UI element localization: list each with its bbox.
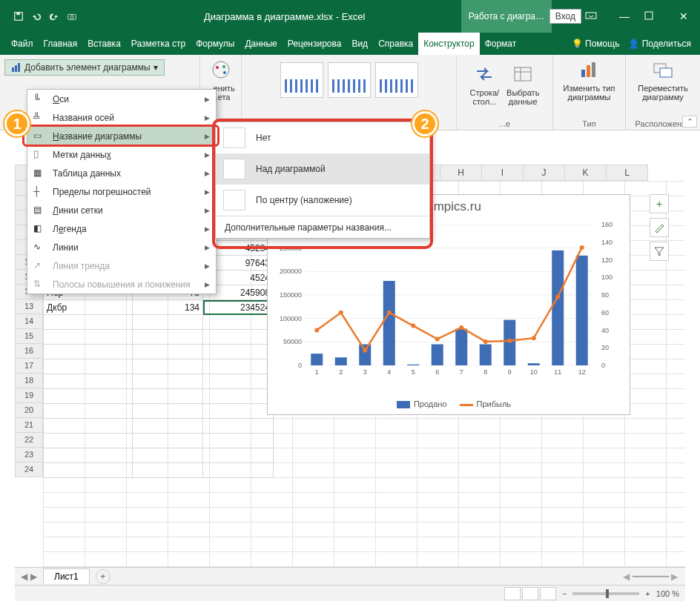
col-head[interactable]: J [524, 165, 565, 181]
svg-rect-39 [576, 256, 588, 365]
svg-point-12 [223, 71, 226, 74]
sheet-tab[interactable]: Лист1 [43, 568, 90, 584]
menu-gridlines[interactable]: ▤Линии сетки▶ [27, 201, 216, 219]
sheet-nav-next-icon[interactable]: ▶ [30, 571, 37, 582]
col-head[interactable]: K [565, 165, 607, 181]
tab-data[interactable]: Данные [240, 33, 282, 55]
menu-error-bars[interactable]: ┼Пределы погрешностей▶ [27, 182, 216, 201]
menu-updown-bars: ⇅Полосы повышения и понижения▶ [27, 275, 216, 293]
chart-elements-button[interactable]: + [650, 194, 669, 213]
svg-point-9 [213, 62, 229, 78]
add-chart-element-dropdown[interactable]: Добавить элемент диаграммы ▾ [4, 59, 165, 76]
tab-view[interactable]: Вид [346, 33, 373, 55]
sheet-nav-prev-icon[interactable]: ◀ [21, 571, 27, 582]
legend-icon: ◧ [33, 223, 45, 235]
collapse-ribbon-icon[interactable]: ⌃ [682, 116, 697, 127]
zoom-level[interactable]: 100 % [656, 589, 679, 598]
col-head[interactable]: I [482, 165, 524, 181]
sign-in-button[interactable]: Вход [549, 9, 581, 24]
menu-data-labels[interactable]: ⌷Метки данных▶ [27, 145, 216, 164]
ribbon-tabs: Файл Главная Вставка Разметка стр Формул… [0, 33, 700, 55]
svg-rect-17 [587, 65, 590, 77]
save-icon[interactable] [13, 11, 24, 21]
chart-tools-label: Работа с диагра… [461, 0, 552, 33]
col-head[interactable]: L [607, 165, 648, 181]
annotation-badge-2: 2 [412, 111, 438, 136]
svg-rect-6 [12, 67, 14, 72]
svg-rect-7 [15, 65, 17, 72]
svg-rect-32 [407, 365, 419, 365]
view-page-layout-icon[interactable] [522, 587, 538, 600]
select-data-button[interactable]: Выбрать данные [506, 62, 539, 106]
tab-page-layout[interactable]: Разметка стр [126, 33, 191, 55]
change-chart-type-button[interactable]: Изменить тип диаграммы [564, 58, 615, 102]
chart-styles-button[interactable] [650, 218, 669, 237]
tell-me[interactable]: 💡 Помощь [572, 39, 620, 49]
svg-rect-35 [480, 345, 492, 366]
menu-axes[interactable]: ╚Оси▶ [27, 90, 216, 108]
view-normal-icon[interactable] [504, 587, 521, 600]
zoom-out-icon[interactable]: − [562, 589, 567, 598]
status-bar: − + 100 % [15, 585, 685, 601]
axes-icon: ╚ [33, 93, 45, 105]
tab-insert[interactable]: Вставка [82, 33, 126, 55]
annotation-badge-1: 1 [4, 111, 30, 136]
add-chart-element-menu: ╚Оси▶ ╩Названия осей▶ ▭Название диаграмм… [27, 89, 217, 294]
share-button[interactable]: 👤 Поделиться [628, 39, 691, 49]
tab-file[interactable]: Файл [6, 33, 39, 55]
chart-style-thumb[interactable] [328, 62, 371, 98]
redo-icon[interactable] [49, 11, 59, 21]
x-axis-labels: 123456789101112 [305, 368, 594, 376]
svg-rect-1 [16, 13, 19, 16]
view-page-break-icon[interactable] [540, 587, 556, 600]
svg-rect-18 [592, 62, 595, 77]
switch-row-column-button[interactable]: Строка/ стол... [470, 62, 499, 106]
svg-rect-29 [335, 357, 347, 365]
new-sheet-button[interactable]: + [96, 569, 110, 584]
y-axis-right: 020406080100120140160 [600, 225, 625, 365]
data-labels-icon: ⌷ [33, 149, 45, 161]
chart-style-thumb[interactable] [375, 62, 418, 98]
menu-legend[interactable]: ◧Легенда▶ [27, 219, 216, 238]
col-head[interactable]: H [440, 165, 482, 181]
svg-rect-13 [515, 67, 531, 81]
camera-icon[interactable] [67, 11, 77, 21]
hscroll[interactable]: ◀ ━━━━━━━ ▶ [623, 571, 685, 582]
error-bars-icon: ┼ [33, 186, 45, 198]
legend-swatch-bar [397, 401, 410, 408]
chart-styles-gallery[interactable] [280, 58, 418, 98]
tab-review[interactable]: Рецензирова [283, 33, 347, 55]
ribbon-options-icon[interactable] [584, 10, 605, 22]
zoom-slider[interactable] [572, 592, 639, 595]
svg-rect-5 [645, 12, 653, 19]
svg-point-11 [222, 65, 225, 68]
chart-filter-button[interactable] [650, 242, 669, 261]
tab-chart-design[interactable]: Конструктор [418, 33, 479, 55]
gridlines-icon: ▤ [33, 205, 45, 216]
group-type: Тип [582, 119, 595, 128]
undo-icon[interactable] [31, 11, 42, 21]
svg-rect-2 [68, 14, 76, 19]
chart-style-thumb[interactable] [280, 62, 323, 98]
lines-icon: ∿ [33, 242, 45, 253]
tab-formulas[interactable]: Формулы [191, 33, 240, 55]
menu-lines[interactable]: ∿Линии▶ [27, 238, 216, 256]
menu-data-table[interactable]: ▦Таблица данных▶ [27, 164, 216, 182]
minimize-icon[interactable]: — [614, 10, 635, 22]
chart-element-icon [11, 62, 22, 73]
sheet-tab-bar: ◀▶ Лист1 + ◀ ━━━━━━━ ▶ [15, 567, 685, 585]
move-chart-button[interactable]: Переместить диаграмму [638, 58, 687, 102]
tab-help[interactable]: Справка [373, 33, 418, 55]
svg-rect-30 [359, 345, 371, 366]
tab-chart-format[interactable]: Формат [480, 33, 522, 55]
group-data: ...е [499, 119, 510, 128]
svg-point-10 [216, 66, 219, 69]
close-icon[interactable]: ✕ [673, 10, 694, 22]
maximize-icon[interactable] [644, 10, 664, 22]
chart-legend[interactable]: Продано Прибыль [268, 399, 630, 408]
svg-rect-31 [383, 281, 395, 365]
zoom-in-icon[interactable]: + [645, 589, 650, 598]
svg-rect-38 [552, 251, 564, 365]
trendline-icon: ↗ [33, 260, 45, 272]
tab-home[interactable]: Главная [39, 33, 83, 55]
